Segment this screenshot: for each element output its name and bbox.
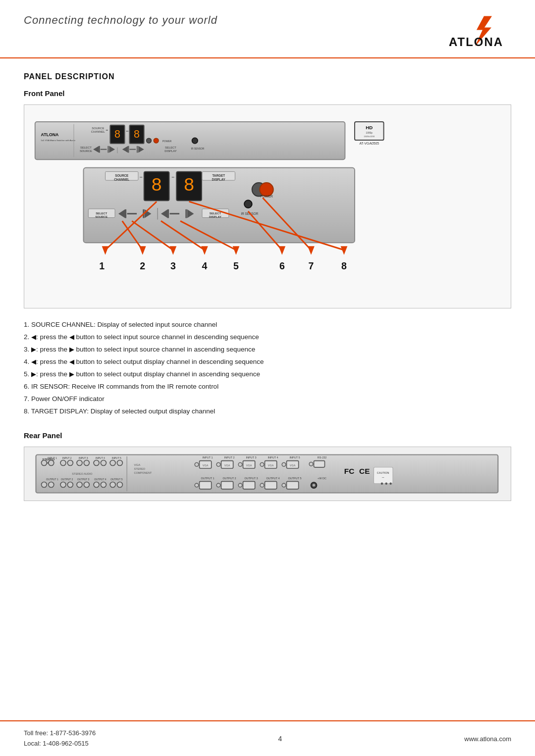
svg-text:IR SENSOR: IR SENSOR [191, 148, 205, 150]
svg-text:SOURCE: SOURCE [115, 174, 128, 177]
svg-text:VGA: VGA [224, 463, 230, 466]
svg-point-122 [42, 482, 47, 487]
svg-text:OUTPUT 5: OUTPUT 5 [288, 477, 301, 480]
svg-text:••: •• [126, 129, 129, 133]
svg-marker-78 [102, 246, 109, 255]
rear-panel-title: Rear Panel [24, 431, 511, 440]
svg-point-135 [117, 482, 122, 487]
atlona-logo-svg: ATLONA . [447, 14, 511, 49]
toll-free: Toll free: 1-877-536-3976 [24, 728, 96, 739]
svg-text:1920x1200: 1920x1200 [364, 135, 374, 138]
svg-point-126 [67, 482, 73, 487]
svg-text:OUTPUT 2: OUTPUT 2 [61, 478, 73, 481]
svg-text:ATLONA: ATLONA [449, 35, 503, 49]
svg-text:INPUT 4: INPUT 4 [96, 457, 105, 459]
svg-text:1: 1 [99, 260, 105, 271]
svg-marker-90 [308, 246, 315, 255]
svg-text:OUTPUT 3: OUTPUT 3 [77, 478, 90, 481]
svg-text:OUTPUT 2: OUTPUT 2 [222, 477, 236, 480]
desc-6: 6. IR SENSOR: Receive IR commands from t… [24, 381, 511, 393]
svg-text:SOURCE: SOURCE [92, 127, 104, 130]
rear-panel-diagram: STEREO AUDIO INPUT 1 INPUT 2 INPUT 3 INP… [30, 452, 505, 496]
svg-text:OUTPUT 1: OUTPUT 1 [201, 477, 214, 480]
desc-8: 8. TARGET DISPLAY: Display of selected o… [24, 406, 511, 417]
svg-text:ATLONA: ATLONA [41, 132, 59, 137]
svg-rect-170 [221, 481, 233, 489]
svg-text:8: 8 [183, 175, 194, 196]
svg-text:INPUT 3: INPUT 3 [246, 456, 256, 459]
svg-text:COMPONENT: COMPONENT [134, 471, 152, 474]
svg-rect-157 [314, 460, 325, 467]
svg-point-17 [147, 138, 152, 143]
svg-text:INPUT 1: INPUT 1 [202, 456, 213, 459]
svg-point-128 [77, 482, 82, 487]
svg-text:DISPLAY: DISPLAY [209, 215, 221, 218]
svg-marker-88 [278, 246, 285, 255]
svg-text:OUTPUT 1: OUTPUT 1 [46, 478, 58, 481]
svg-point-58 [244, 200, 252, 208]
svg-point-129 [84, 482, 89, 487]
desc-4: 4. ◀: press the ◀ button to select outpu… [24, 356, 511, 368]
website: www.atlona.com [464, 735, 511, 743]
svg-point-115 [101, 460, 106, 465]
svg-point-105 [42, 460, 47, 465]
svg-point-169 [195, 483, 199, 487]
svg-point-144 [195, 462, 199, 466]
page-footer: Toll free: 1-877-536-3976 Local: 1-408-9… [0, 720, 535, 756]
front-panel-container: ATLONA 5x5 VGA Matrix Switcher with Audi… [24, 104, 511, 308]
svg-rect-182 [374, 467, 393, 483]
svg-point-106 [49, 460, 54, 465]
svg-point-171 [216, 483, 220, 487]
svg-text:2: 2 [140, 260, 145, 271]
svg-text:CE: CE [359, 467, 370, 475]
rear-panel-container: STEREO AUDIO INPUT 1 INPUT 2 INPUT 3 INP… [24, 447, 511, 501]
svg-marker-82 [170, 246, 177, 255]
svg-text:••: •• [106, 128, 108, 132]
svg-text:HD: HD [366, 125, 373, 130]
description-list: 1. SOURCE CHANNEL: Display of selected i… [24, 319, 511, 417]
svg-point-153 [260, 462, 264, 466]
svg-point-173 [238, 483, 242, 487]
svg-point-147 [216, 462, 220, 466]
svg-rect-172 [243, 481, 255, 489]
svg-text:STEREO AUDIO: STEREO AUDIO [72, 472, 93, 475]
svg-text:CAUTION: CAUTION [377, 471, 389, 474]
svg-text:1080p: 1080p [366, 132, 373, 134]
svg-text:OUTPUT 4: OUTPUT 4 [266, 477, 279, 480]
page-number: 4 [278, 735, 282, 743]
svg-text:8: 8 [341, 260, 347, 271]
svg-text:DISPLAY: DISPLAY [164, 150, 176, 153]
svg-text:INPUT 2: INPUT 2 [224, 456, 234, 459]
svg-point-158 [309, 462, 313, 466]
svg-point-56 [260, 183, 273, 196]
svg-point-125 [60, 482, 66, 487]
svg-point-112 [84, 460, 89, 465]
svg-text:POWER: POWER [260, 195, 273, 198]
svg-text:4: 4 [202, 260, 207, 271]
local-number: Local: 1-408-962-0515 [24, 739, 96, 749]
svg-marker-84 [201, 246, 208, 255]
svg-rect-174 [265, 481, 277, 489]
svg-text:VGA: VGA [290, 463, 296, 466]
svg-point-187 [389, 482, 391, 484]
desc-2: 2. ◀: press the ◀ button to select input… [24, 332, 511, 343]
svg-text:OUTPUT 5: OUTPUT 5 [110, 478, 123, 481]
svg-text:INPUT 4: INPUT 4 [268, 456, 278, 459]
svg-text:TARGET: TARGET [212, 174, 225, 177]
svg-text:AT-VGA0505: AT-VGA0505 [359, 142, 379, 145]
svg-point-177 [282, 483, 286, 487]
svg-rect-176 [287, 481, 299, 489]
footer-contact: Toll free: 1-877-536-3976 Local: 1-408-9… [24, 728, 96, 749]
svg-text:VGA: VGA [246, 463, 252, 466]
svg-text:DISPLAY: DISPLAY [212, 178, 226, 181]
svg-point-109 [67, 460, 73, 465]
svg-text:8: 8 [114, 129, 121, 141]
svg-text:INPUT 1: INPUT 1 [48, 457, 57, 459]
svg-text:SELECT: SELECT [210, 212, 221, 215]
svg-point-179 [313, 484, 316, 487]
svg-text:RS-232: RS-232 [318, 456, 327, 459]
header-tagline: Connecting technology to your world [24, 14, 217, 27]
atlona-logo: ATLONA . [447, 14, 511, 49]
svg-text:6: 6 [279, 260, 285, 271]
desc-3: 3. ▶: press the ▶ button to select input… [24, 344, 511, 355]
